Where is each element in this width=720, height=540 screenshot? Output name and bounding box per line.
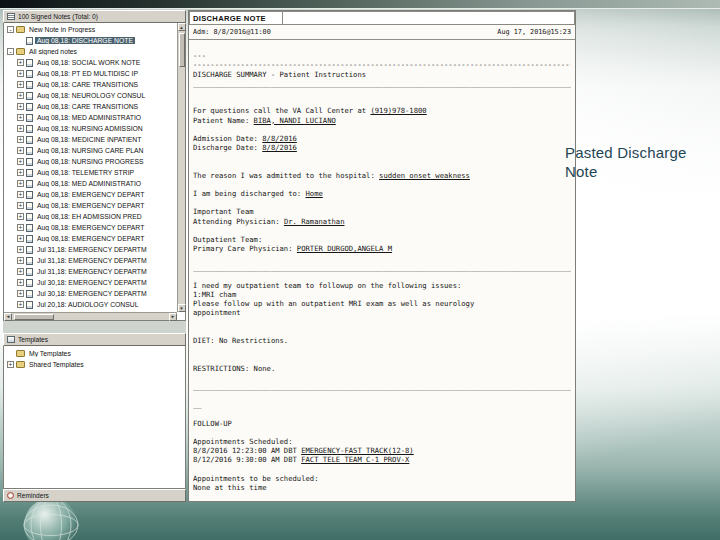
note-tree-item[interactable]: Aug 08,18: DISCHARGE NOTE [5,35,176,46]
tree-item-label: Shared Templates [27,361,86,368]
tree-item-label: Aug 08,18: NEUROLOGY CONSUL [35,92,147,99]
expand-icon[interactable]: + [17,268,24,275]
expand-icon[interactable]: + [17,191,24,198]
note-tree-item[interactable]: +Aug 08,18: SOCIAL WORK NOTE [5,57,176,68]
tree-group-row[interactable]: -New Note in Progress [5,24,176,35]
note-icon [26,202,33,210]
tree-item-label: Aug 08,18: NURSING PROGRESS [35,158,146,165]
note-reference-date: Aug 17, 2016@15:23 [497,28,571,36]
tree-group-row[interactable]: -All signed notes [5,46,176,57]
expand-icon[interactable]: + [17,158,24,165]
expand-icon[interactable]: + [17,180,24,187]
signed-notes-header[interactable]: 100 Signed Notes (Total: 0) [3,10,186,23]
note-line: DIET: No Restrictions. [193,336,571,345]
tree-item-label: New Note in Progress [27,26,97,33]
note-line: None at this time [193,483,571,492]
note-tree-item[interactable]: +Aug 08,18: MEDICINE INPATIENT [5,134,176,145]
expand-icon[interactable]: + [17,290,24,297]
note-detail-panel: DISCHARGE NOTE Adm: 8/8/2016@11:00 Aug 1… [188,10,576,502]
note-tree-item[interactable]: +Aug 08,18: EH ADMISSION PRED [5,211,176,222]
note-tree-item[interactable]: +Aug 08,18: NURSING PROGRESS [5,156,176,167]
note-tree-item[interactable]: +Aug 08,18: EMERGENCY DEPART [5,189,176,200]
expand-icon[interactable]: + [17,125,24,132]
note-icon [26,136,33,144]
expand-icon[interactable]: + [17,147,24,154]
note-icon [26,257,33,265]
note-tree-item[interactable]: +Aug 08,18: MED ADMINISTRATIO [5,178,176,189]
scroll-right-icon[interactable]: ► [169,313,177,321]
note-tree-item[interactable]: +Aug 08,18: NURSING CARE PLAN [5,145,176,156]
folder-icon [16,48,25,55]
notes-tree: -New Note in ProgressAug 08,18: DISCHARG… [3,23,186,321]
expand-icon[interactable]: + [17,257,24,264]
note-tree-item[interactable]: +Jul 20,18: AUDIOLOGY CONSUL [5,299,176,310]
panel-splitter[interactable] [3,321,186,333]
note-tree-item[interactable]: +Aug 08,18: MED ADMINISTRATIO [5,112,176,123]
expand-icon[interactable]: + [17,70,24,77]
expand-icon[interactable]: + [17,92,24,99]
scroll-down-icon[interactable]: ▼ [178,304,186,312]
note-line [193,373,571,382]
note-line: ----------------------------------------… [193,60,571,69]
note-tree-item[interactable]: +Jul 31,18: EMERGENCY DEPARTM [5,244,176,255]
note-tree-item[interactable]: +Aug 08,18: TELEMETRY STRIP [5,167,176,178]
expand-icon[interactable]: + [17,136,24,143]
tree-item-label: Aug 08,18: CARE TRANSITIONS [35,103,140,110]
expand-icon[interactable]: + [17,169,24,176]
note-line: I am being discharged to: Home [193,189,571,198]
note-tree-item[interactable]: +Jul 30,18: EMERGENCY DEPARTM [5,277,176,288]
scroll-up-icon[interactable]: ▲ [178,23,186,31]
note-line [193,198,571,207]
note-tree-item[interactable]: +Aug 08,18: EMERGENCY DEPART [5,233,176,244]
templates-drawer-header[interactable]: Templates [3,333,186,346]
notes-tree-horizontal-scrollbar[interactable]: ◄ ► [4,312,177,320]
expand-icon[interactable]: + [17,224,24,231]
expand-icon[interactable]: + [17,103,24,110]
expand-icon[interactable]: + [17,246,24,253]
scroll-left-icon[interactable]: ◄ [4,313,12,321]
expand-icon[interactable]: + [17,235,24,242]
note-tree-item[interactable]: +Shared Templates [5,359,184,370]
expand-icon[interactable]: + [17,81,24,88]
vertical-scroll-thumb[interactable] [179,33,185,67]
expand-icon[interactable]: + [17,202,24,209]
note-tree-item[interactable]: +Aug 08,18: CARE TRANSITIONS [5,79,176,90]
note-body[interactable]: ----------------------------------------… [189,40,575,501]
horizontal-scroll-thumb[interactable] [14,314,54,320]
note-tree-item[interactable]: +Aug 08,18: NEUROLOGY CONSUL [5,90,176,101]
note-tree-item[interactable]: +Jul 31,18: EMERGENCY DEPARTM [5,266,176,277]
tree-item-label: Aug 08,18: EMERGENCY DEPART [35,235,146,242]
tree-item-label: Jul 31,18: EMERGENCY DEPARTM [35,257,149,264]
note-tree-item[interactable]: +Aug 08,18: EMERGENCY DEPART [5,200,176,211]
tree-item-label: Aug 08,18: MED ADMINISTRATIO [35,180,143,187]
note-tree-item[interactable]: +Aug 08,18: PT ED MULTIDISC IP [5,68,176,79]
expand-icon[interactable]: + [17,114,24,121]
note-line: 8/8/2016 12:23:00 AM DBT EMERGENCY-FAST … [193,446,571,455]
note-tree-item[interactable]: +Aug 08,18: NURSING ADMISSION [5,123,176,134]
notes-tree-vertical-scrollbar[interactable]: ▲ ▼ [177,23,185,312]
collapse-icon[interactable]: - [7,26,14,33]
tree-item-label: Jul 30,18: EMERGENCY DEPARTM [35,290,149,297]
expand-icon[interactable]: + [17,213,24,220]
tree-item-label: Aug 08,18: MEDICINE INPATIENT [35,136,143,143]
expand-icon[interactable]: + [17,301,24,308]
expand-icon[interactable]: + [7,361,14,368]
note-tree-item[interactable]: My Templates [5,348,184,359]
notes-tree-rows[interactable]: -New Note in ProgressAug 08,18: DISCHARG… [5,24,176,311]
note-tree-item[interactable]: +Aug 08,18: CARE TRANSITIONS [5,101,176,112]
note-line [193,42,571,51]
templates-header-label: Templates [18,336,48,343]
reminders-drawer-button[interactable]: Reminders [3,489,186,502]
tree-item-label: Aug 08,18: MED ADMINISTRATIO [35,114,143,121]
templates-tree[interactable]: My Templates+Shared Templates [3,346,186,489]
note-tree-item[interactable]: +Aug 08,18: EMERGENCY DEPART [5,222,176,233]
note-tree-item[interactable]: +Jul 31,18: EMERGENCY DEPARTM [5,255,176,266]
expand-icon[interactable]: + [17,279,24,286]
notes-list-icon [7,13,15,20]
collapse-icon[interactable]: - [7,48,14,55]
expand-icon[interactable]: + [17,59,24,66]
note-line [193,318,571,327]
note-line [193,354,571,363]
note-tree-item[interactable]: +Jul 30,18: EMERGENCY DEPARTM [5,288,176,299]
note-line [193,88,571,97]
